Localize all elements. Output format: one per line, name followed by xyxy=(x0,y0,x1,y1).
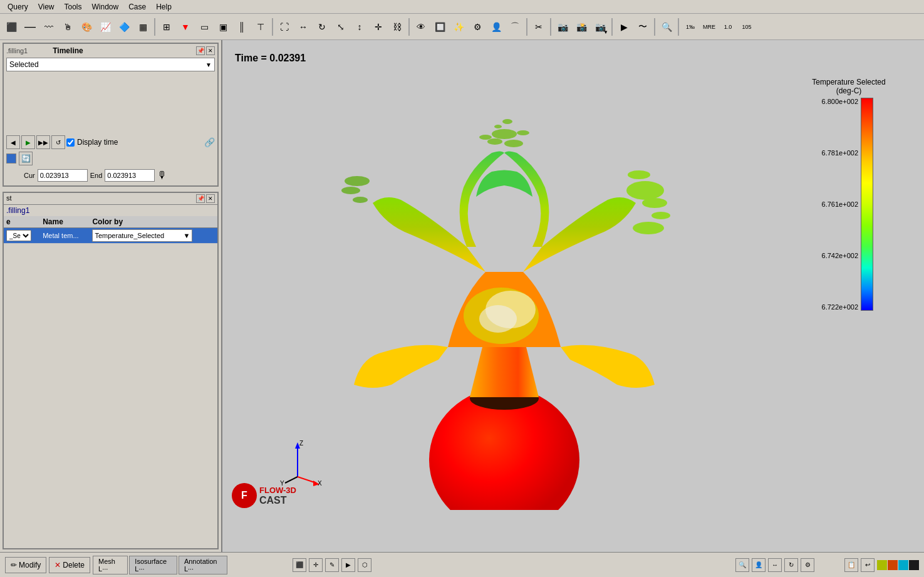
svg-point-13 xyxy=(341,187,360,194)
svg-point-7 xyxy=(487,138,502,145)
toolbar-btn-2[interactable]: — xyxy=(21,18,39,36)
toolbar-btn-scissors[interactable]: ✂ xyxy=(530,18,548,36)
toolbar-btn-snap[interactable]: 📸 xyxy=(573,18,590,36)
toolbar-btn-move[interactable]: ↔ xyxy=(294,18,312,36)
sync-btn[interactable]: 🔄 xyxy=(19,152,33,165)
display-time-checkbox[interactable] xyxy=(66,138,75,147)
svg-point-12 xyxy=(345,176,370,186)
rotate2-btn[interactable]: ↻ xyxy=(784,558,798,572)
toolbar-btn-num1[interactable]: 1‰ xyxy=(682,18,699,36)
toolbar-btn-plane[interactable]: 🔲 xyxy=(431,18,449,36)
main-stem xyxy=(470,347,539,397)
cur-time-input[interactable] xyxy=(38,169,88,182)
next-btn[interactable]: ▶▶ xyxy=(36,135,50,149)
toolbar-btn-num3[interactable]: 1.0 xyxy=(719,18,737,36)
bottom-left-section: ✏ Modify ✕ Delete Mesh L··· Isosurface L… xyxy=(5,556,227,574)
swatch-cyan xyxy=(898,560,908,570)
timeline-select[interactable]: Selected ▼ xyxy=(6,58,215,71)
bottom-icon-1[interactable]: ⬛ xyxy=(293,558,306,572)
bottom-icon-3[interactable]: ✎ xyxy=(325,558,339,572)
toolbar-btn-xyz[interactable]: ↕ xyxy=(351,18,368,36)
legend-bar xyxy=(861,98,873,311)
toolbar-btn-cam[interactable]: 📷 xyxy=(554,18,571,36)
toolbar-btn-gear[interactable]: ⚙ xyxy=(469,18,486,36)
toolbar-btn-scale[interactable]: ⤡ xyxy=(332,18,350,36)
svg-point-3 xyxy=(633,222,664,234)
toolbar-btn-person[interactable]: 👤 xyxy=(487,18,505,36)
toolbar-btn-1[interactable]: ⬛ xyxy=(3,18,20,36)
tab-annotation[interactable]: Annotation L··· xyxy=(179,556,227,574)
right-arm-lower xyxy=(561,345,655,388)
toolbar-btn-waves[interactable]: 〰 xyxy=(40,18,58,36)
toolbar-btn-3d[interactable]: 🔷 xyxy=(115,18,133,36)
color-value: Temperature_Selected xyxy=(95,232,164,239)
tab-mesh[interactable]: Mesh L··· xyxy=(93,556,128,574)
toolbar-btn-wave2[interactable]: 〜 xyxy=(634,18,651,36)
filling-item[interactable]: .filling1 xyxy=(4,205,217,216)
timeline-dropdown-arrow: ▼ xyxy=(205,61,212,68)
undo-btn[interactable]: ↩ xyxy=(861,558,875,572)
separator-8 xyxy=(678,18,679,36)
toolbar-btn-t[interactable]: ⊤ xyxy=(252,18,269,36)
toolbar-btn-num2[interactable]: MRE xyxy=(700,18,718,36)
slider-handle[interactable] xyxy=(6,153,16,164)
toolbar-btn-play[interactable]: ▶ xyxy=(615,18,633,36)
list-panel-header: st 📌 ✕ xyxy=(4,193,217,205)
delete-button[interactable]: ✕ Delete xyxy=(49,557,90,573)
toolbar-btn-probe[interactable]: 🔍 xyxy=(658,18,675,36)
toolbar-btn-rotate[interactable]: ↻ xyxy=(313,18,331,36)
toolbar-btn-sq[interactable]: ▣ xyxy=(214,18,232,36)
end-time-input[interactable] xyxy=(105,169,155,182)
col-header-e: e xyxy=(4,216,40,228)
pin-btn[interactable]: 📌 xyxy=(196,46,205,55)
toolbar-btn-mesh[interactable]: ▦ xyxy=(134,18,152,36)
toolbar-btn-rect[interactable]: ▭ xyxy=(195,18,213,36)
bottom-icon-2[interactable]: ✛ xyxy=(309,558,323,572)
toolbar-btn-cursor[interactable]: 🖱 xyxy=(59,18,76,36)
color-dropdown[interactable]: Temperature_Selected ▼ xyxy=(92,229,192,242)
logo-cast-text: CAST xyxy=(259,495,287,506)
axis-indicator: Z Y X xyxy=(273,439,323,489)
toolbar-btn-light[interactable]: ✨ xyxy=(450,18,467,36)
list-table: e Name Color by _Sele Metal tem... xyxy=(4,216,217,244)
modify-button[interactable]: ✏ Modify xyxy=(5,557,46,573)
close-panel-btn[interactable]: ✕ xyxy=(206,46,215,55)
panel-controls: 📌 ✕ xyxy=(196,46,215,55)
separator-5 xyxy=(550,18,551,36)
toolbar-btn-axis[interactable]: ✛ xyxy=(370,18,387,36)
toolbar-btn-chart[interactable]: 📈 xyxy=(96,18,114,36)
menu-tools[interactable]: Tools xyxy=(59,1,86,13)
toolbar-btn-color[interactable]: 🎨 xyxy=(78,18,95,36)
layer-btn[interactable]: 📋 xyxy=(844,558,858,572)
menu-case[interactable]: Case xyxy=(123,1,151,13)
svg-line-21 xyxy=(285,477,298,483)
toolbar-btn-select[interactable]: ⛶ xyxy=(276,18,293,36)
row-select[interactable]: _Sele xyxy=(6,230,31,241)
play-btn[interactable]: ▶ xyxy=(21,135,35,149)
toolbar-btn-connect[interactable]: ⛓ xyxy=(388,18,406,36)
bottom-icon-4[interactable]: ▶ xyxy=(341,558,355,572)
toolbar-btn-num4[interactable]: 105 xyxy=(738,18,755,36)
prev-btn[interactable]: ◀ xyxy=(6,135,20,149)
person-btn[interactable]: 👤 xyxy=(752,558,766,572)
table-row[interactable]: _Sele Metal tem... Temperature_Selected … xyxy=(4,228,217,244)
settings-btn[interactable]: ⚙ xyxy=(801,558,814,572)
arrow-btn[interactable]: ↔ xyxy=(768,558,782,572)
toolbar-btn-grid[interactable]: ⊞ xyxy=(158,18,175,36)
menu-window[interactable]: Window xyxy=(87,1,124,13)
menu-query[interactable]: Query xyxy=(3,1,33,13)
list-close-btn[interactable]: ✕ xyxy=(206,194,215,203)
menu-help[interactable]: Help xyxy=(151,1,177,13)
bottom-icon-5[interactable]: ⬡ xyxy=(358,558,371,572)
toolbar-btn-arrow-d[interactable]: ▼ xyxy=(177,18,194,36)
toolbar-btn-pipe[interactable]: ║ xyxy=(233,18,251,36)
tab-isosurface[interactable]: Isosurface L··· xyxy=(129,556,177,574)
menu-view[interactable]: View xyxy=(33,1,60,13)
refresh-btn[interactable]: ↺ xyxy=(51,135,65,149)
toolbar-btn-curve[interactable]: ⌒ xyxy=(506,18,524,36)
toolbar-btn-eye[interactable]: 👁 xyxy=(412,18,430,36)
zoom-btn[interactable]: 🔍 xyxy=(735,558,749,572)
viz-background: Time = 0.02391 xyxy=(222,40,924,552)
toolbar-btn-video[interactable]: 📷▼ xyxy=(591,18,609,36)
list-pin-btn[interactable]: 📌 xyxy=(196,194,205,203)
